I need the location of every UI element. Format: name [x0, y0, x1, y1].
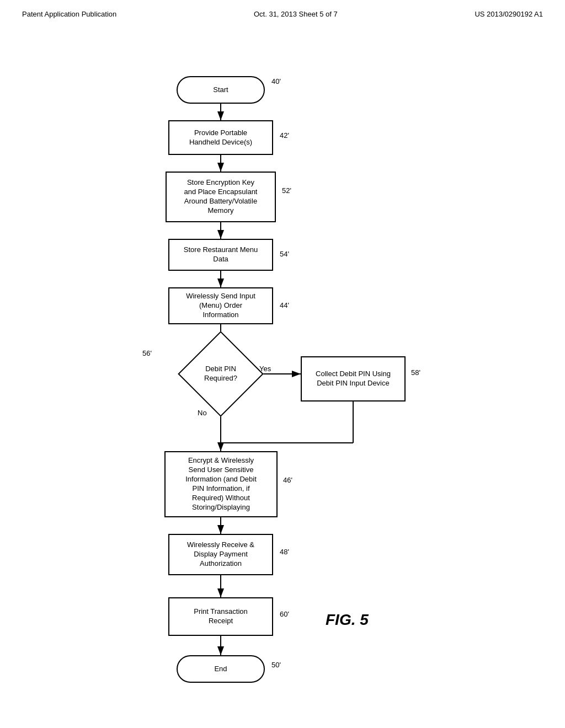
- label-42: 42': [280, 131, 289, 140]
- step-48-node: Wirelessly Receive & Display Payment Aut…: [168, 534, 273, 575]
- step-46-node: Encrypt & Wirelessly Send User Sensitive…: [164, 451, 278, 517]
- step-42-node: Provide Portable Handheld Device(s): [168, 120, 273, 155]
- label-56: 56': [142, 349, 152, 357]
- yes-label: Yes: [259, 365, 271, 373]
- header-center: Oct. 31, 2013 Sheet 5 of 7: [254, 10, 338, 18]
- step-44-node: Wirelessly Send Input (Menu) Order Infor…: [168, 287, 273, 324]
- label-40: 40': [271, 77, 281, 85]
- label-44: 44': [280, 301, 289, 309]
- header-right: US 2013/0290192 A1: [475, 10, 543, 18]
- label-54: 54': [280, 250, 289, 258]
- step-60-node: Print Transaction Receipt: [168, 597, 273, 636]
- label-50: 50': [271, 661, 281, 669]
- end-node: End: [177, 655, 265, 683]
- label-46: 46': [283, 476, 292, 484]
- step-56-label: Debit PINRequired?: [204, 365, 237, 383]
- flowchart-diagram: Start 40' Provide Portable Handheld Devi…: [0, 24, 565, 713]
- no-label: No: [198, 409, 207, 417]
- label-58: 58': [411, 368, 420, 377]
- page-header: Patent Application Publication Oct. 31, …: [0, 0, 565, 18]
- step-58-node: Collect Debit PIN Using Debit PIN Input …: [301, 356, 406, 402]
- step-56-diamond: Debit PINRequired?: [188, 342, 254, 405]
- start-node: Start: [177, 76, 265, 104]
- step-54-node: Store Restaurant Menu Data: [168, 239, 273, 271]
- label-48: 48': [280, 548, 289, 556]
- fig-label: FIG. 5: [326, 611, 369, 629]
- label-60: 60': [280, 610, 289, 618]
- label-52: 52': [282, 186, 291, 195]
- step-52-node: Store Encryption Key and Place Encapsula…: [166, 172, 276, 222]
- header-left: Patent Application Publication: [22, 10, 116, 18]
